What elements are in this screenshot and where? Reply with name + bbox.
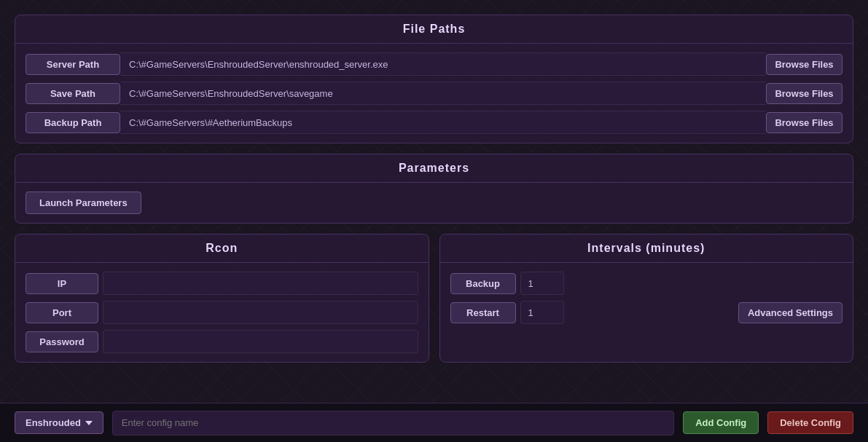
server-path-browse-btn[interactable]: Browse Files <box>766 54 842 75</box>
delete-config-button[interactable]: Delete Config <box>767 411 853 434</box>
save-path-input[interactable] <box>120 82 766 105</box>
backup-path-browse-btn[interactable]: Browse Files <box>766 112 842 133</box>
save-path-label[interactable]: Save Path <box>26 83 120 104</box>
parameters-title: Parameters <box>15 154 853 183</box>
rcon-port-input[interactable] <box>103 301 418 324</box>
rcon-section: Rcon IP Port Password <box>15 234 429 363</box>
bottom-sections: Rcon IP Port Password Intervals (minutes… <box>15 234 853 373</box>
rcon-ip-label[interactable]: IP <box>26 273 98 294</box>
server-path-label[interactable]: Server Path <box>26 54 120 75</box>
file-paths-body: Server Path Browse Files Save Path Brows… <box>15 44 853 143</box>
server-path-row: Server Path Browse Files <box>26 52 842 76</box>
rcon-password-label[interactable]: Password <box>26 331 98 352</box>
backup-path-input[interactable] <box>120 111 766 134</box>
intervals-section: Intervals (minutes) Backup Restart Advan… <box>439 234 854 363</box>
restart-interval-input[interactable] <box>520 301 564 324</box>
backup-interval-row: Backup <box>450 272 843 295</box>
restart-interval-label[interactable]: Restart <box>450 302 516 323</box>
config-dropdown-button[interactable]: Enshrouded <box>15 411 103 434</box>
rcon-ip-row: IP <box>26 272 418 295</box>
add-config-button[interactable]: Add Config <box>683 411 759 434</box>
rcon-body: IP Port Password <box>15 263 429 362</box>
rcon-password-row: Password <box>26 330 418 353</box>
backup-interval-input[interactable] <box>520 272 564 295</box>
backup-path-row: Backup Path Browse Files <box>26 111 842 134</box>
intervals-body: Backup Restart Advanced Settings <box>440 263 853 333</box>
launch-parameters-button[interactable]: Launch Parameters <box>26 192 141 214</box>
rcon-port-label[interactable]: Port <box>26 302 98 323</box>
server-path-input[interactable] <box>120 52 766 76</box>
parameters-body: Launch Parameters <box>15 183 853 223</box>
save-path-row: Save Path Browse Files <box>26 82 842 105</box>
rcon-ip-input[interactable] <box>103 272 418 295</box>
file-paths-title: File Paths <box>15 15 853 44</box>
file-paths-section: File Paths Server Path Browse Files Save… <box>15 15 853 143</box>
config-name-label: Enshrouded <box>26 417 81 428</box>
backup-interval-label[interactable]: Backup <box>450 273 516 294</box>
rcon-title: Rcon <box>15 234 429 263</box>
footer: Enshrouded Add Config Delete Config <box>0 403 868 442</box>
save-path-browse-btn[interactable]: Browse Files <box>766 83 842 104</box>
config-name-input[interactable] <box>112 411 674 435</box>
parameters-section: Parameters Launch Parameters <box>15 154 853 224</box>
chevron-down-icon <box>85 421 93 425</box>
advanced-settings-button[interactable]: Advanced Settings <box>738 302 842 323</box>
restart-interval-row: Restart Advanced Settings <box>450 301 843 324</box>
backup-path-label[interactable]: Backup Path <box>26 112 120 133</box>
intervals-title: Intervals (minutes) <box>440 234 853 263</box>
rcon-password-input[interactable] <box>103 330 418 353</box>
rcon-port-row: Port <box>26 301 418 324</box>
